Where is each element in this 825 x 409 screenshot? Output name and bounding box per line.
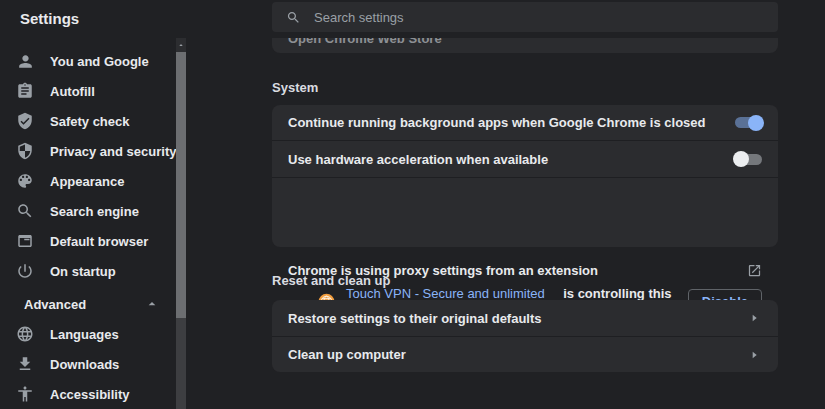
sidebar-item-downloads[interactable]: Downloads [0, 349, 176, 379]
sidebar-item-safety-check[interactable]: Safety check [0, 106, 176, 136]
sidebar-item-search-engine[interactable]: Search engine [0, 196, 176, 226]
sidebar-item-label: Accessibility [50, 387, 130, 402]
sidebar-item-label: On startup [50, 264, 116, 279]
sidebar-item-on-startup[interactable]: On startup [0, 256, 176, 286]
search-icon [15, 201, 35, 221]
sidebar-item-privacy-security[interactable]: Privacy and security [0, 136, 176, 166]
advanced-label: Advanced [24, 297, 86, 312]
chevron-right-icon [746, 310, 762, 326]
page-title: Settings [20, 0, 79, 38]
sidebar-item-accessibility[interactable]: Accessibility [0, 379, 176, 409]
power-icon [15, 261, 35, 281]
hardware-acceleration-toggle[interactable] [735, 154, 762, 165]
download-icon [15, 354, 35, 374]
chevron-right-icon [746, 347, 762, 363]
sidebar-item-default-browser[interactable]: Default browser [0, 226, 176, 256]
sidebar-item-label: Autofill [50, 84, 95, 99]
sidebar-item-label: Downloads [50, 357, 119, 372]
search-icon [286, 10, 301, 25]
scroll-up-icon[interactable] [176, 38, 186, 52]
sidebar-item-label: Privacy and security [50, 144, 176, 159]
sidebar-item-label: Appearance [50, 174, 124, 189]
settings-sidebar: You and Google Autofill Safety check Pri… [0, 38, 176, 409]
chrome-settings-page: Settings Search settings You and Google … [0, 0, 825, 409]
shield-check-icon [15, 111, 35, 131]
clipped-row-open-chrome-web-store[interactable]: Open Chrome Web Store [272, 38, 778, 53]
scrollbar-thumb[interactable] [176, 52, 186, 318]
sidebar-item-label: Search engine [50, 204, 139, 219]
accessibility-icon [15, 384, 35, 404]
top-toolbar: Settings Search settings [0, 0, 825, 38]
row-proxy-settings[interactable]: Chrome is using proxy settings from an e… [272, 177, 778, 247]
sidebar-item-label: Languages [50, 327, 119, 342]
row-label: Clean up computer [288, 347, 406, 362]
sidebar-item-label: Safety check [50, 114, 130, 129]
sidebar-item-languages[interactable]: Languages [0, 319, 176, 349]
row-label: Restore settings to their original defau… [288, 311, 542, 326]
row-label: Use hardware acceleration when available [288, 152, 548, 167]
section-heading-reset: Reset and clean up [272, 273, 390, 288]
search-placeholder: Search settings [314, 10, 404, 25]
clipboard-icon [15, 81, 35, 101]
row-restore-settings[interactable]: Restore settings to their original defau… [272, 300, 778, 336]
clipped-row-label: Open Chrome Web Store [288, 38, 442, 46]
globe-icon [15, 324, 35, 344]
row-clean-up-computer[interactable]: Clean up computer [272, 336, 778, 372]
palette-icon [15, 171, 35, 191]
system-card: Continue running background apps when Go… [272, 105, 778, 247]
security-shield-icon [15, 141, 35, 161]
person-icon [15, 51, 35, 71]
row-background-apps[interactable]: Continue running background apps when Go… [272, 105, 778, 140]
sidebar-item-appearance[interactable]: Appearance [0, 166, 176, 196]
browser-window-icon [15, 231, 35, 251]
row-label: Continue running background apps when Go… [288, 115, 705, 130]
vertical-scrollbar[interactable] [176, 38, 186, 409]
toggle-knob [748, 115, 764, 131]
sidebar-item-label: Default browser [50, 234, 148, 249]
sidebar-advanced-toggle[interactable]: Advanced [0, 289, 176, 319]
caret-up-icon [144, 296, 160, 315]
sidebar-item-you-and-google[interactable]: You and Google [0, 46, 176, 76]
section-heading-system: System [272, 80, 318, 95]
toggle-knob [733, 151, 749, 167]
sidebar-item-label: You and Google [50, 54, 149, 69]
background-apps-toggle[interactable] [735, 117, 762, 128]
row-hardware-acceleration[interactable]: Use hardware acceleration when available [272, 140, 778, 177]
open-in-new-icon[interactable] [747, 263, 762, 278]
sidebar-item-autofill[interactable]: Autofill [0, 76, 176, 106]
search-input[interactable]: Search settings [272, 2, 778, 32]
reset-card: Restore settings to their original defau… [272, 300, 778, 372]
